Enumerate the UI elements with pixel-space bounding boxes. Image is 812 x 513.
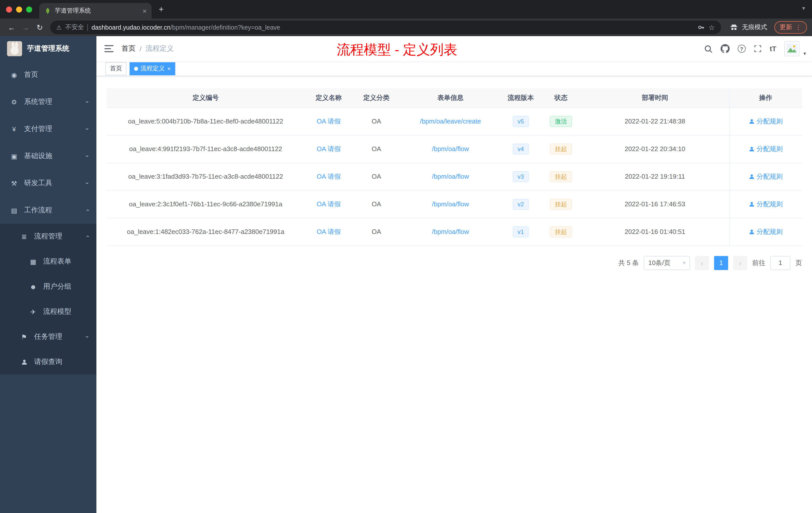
form-info-link[interactable]: /bpm/oa/flow (432, 173, 469, 180)
address-bar[interactable]: ⚠ 不安全 dashboard.yudao.iocoder.cn /bpm/ma… (50, 21, 721, 34)
tag-current[interactable]: 流程定义 × (129, 62, 175, 75)
form-info-link[interactable]: /bpm/oa/flow (432, 145, 469, 153)
help-icon[interactable]: ? (738, 45, 746, 53)
definition-name-link[interactable]: OA 请假 (317, 228, 341, 235)
favicon-leaf-icon (44, 7, 51, 14)
tab-close-icon[interactable]: × (143, 7, 147, 14)
hamburger-icon[interactable] (96, 45, 121, 52)
user-group-icon: ☻ (29, 283, 37, 291)
sidebar-item-label: 工作流程 (24, 206, 52, 215)
incognito-icon (729, 23, 738, 32)
new-tab-button[interactable]: + (152, 0, 171, 19)
gear-icon: ⚙ (10, 98, 18, 105)
close-window-button[interactable] (6, 6, 12, 12)
col-form-info: 表单信息 (400, 88, 501, 108)
assign-rule-link[interactable]: 分配规则 (749, 144, 783, 153)
assign-rule-link[interactable]: 分配规则 (749, 227, 783, 236)
breadcrumb-separator: / (140, 45, 142, 53)
sidebar-item-leave-query[interactable]: 请假查询 (0, 350, 96, 374)
assign-rule-link[interactable]: 分配规则 (749, 117, 783, 126)
version-badge: v3 (513, 171, 529, 182)
sidebar-item-payment[interactable]: ¥ 支付管理 › (0, 116, 96, 143)
chevron-up-icon: › (84, 235, 91, 237)
avatar-dropdown-caret-icon[interactable]: ▾ (804, 51, 806, 56)
page-content: 定义编号 定义名称 定义分类 表单信息 流程版本 状态 部署时间 操作 oa_l… (96, 76, 812, 513)
sidebar-item-dev-tools[interactable]: ⚒ 研发工具 › (0, 170, 96, 197)
col-status: 状态 (541, 88, 581, 108)
bookmark-star-icon[interactable]: ☆ (708, 23, 715, 31)
breadcrumb-home[interactable]: 首页 (121, 44, 136, 53)
definition-name-link[interactable]: OA 请假 (317, 117, 341, 125)
form-info-link[interactable]: /bpm/oa/flow (432, 228, 469, 235)
dashboard-icon: ◉ (10, 71, 18, 79)
browser-update-button[interactable]: 更新 ⋮ (774, 21, 807, 34)
sidebar-item-process-form[interactable]: ▦ 流程表单 (0, 249, 96, 274)
sidebar-item-task-management[interactable]: ⚑ 任务管理 › (0, 324, 96, 350)
back-button[interactable]: ← (5, 23, 18, 32)
prev-page-button[interactable]: ‹ (695, 256, 709, 270)
definition-name-link[interactable]: OA 请假 (317, 173, 341, 180)
assign-rule-link[interactable]: 分配规则 (749, 200, 783, 209)
browser-menu-dots-icon[interactable]: ⋮ (795, 24, 802, 31)
minimize-window-button[interactable] (16, 6, 22, 12)
pagination-total: 共 5 条 (618, 258, 639, 267)
github-icon[interactable] (721, 44, 730, 53)
version-badge: v4 (513, 143, 529, 154)
version-badge: v1 (513, 226, 529, 237)
sidebar-item-label: 首页 (24, 70, 38, 79)
sidebar-item-label: 系统管理 (24, 97, 52, 107)
tab-search-chevron-icon[interactable]: ▾ (802, 5, 805, 11)
reload-button[interactable]: ↻ (33, 23, 46, 32)
col-definition-name: 定义名称 (305, 88, 352, 108)
tab-title: 芋道管理系统 (55, 6, 139, 15)
table-row: oa_leave:2:3c1f0ef1-76b1-11ec-9c66-a2380… (107, 190, 802, 218)
password-key-icon[interactable] (697, 24, 705, 31)
next-page-button[interactable]: › (733, 256, 747, 270)
app-header: 首页 / 流程定义 流程模型 - 定义列表 (96, 36, 812, 61)
current-page-button[interactable]: 1 (714, 256, 728, 270)
tag-home[interactable]: 首页 (106, 62, 126, 75)
sidebar-item-label: 研发工具 (24, 179, 52, 188)
version-badge: v5 (513, 116, 529, 127)
infrastructure-icon: ▣ (10, 152, 18, 160)
sidebar-logo[interactable]: 芋道管理系统 (0, 36, 96, 61)
goto-label: 前往 (752, 258, 765, 267)
page-size-select[interactable]: 10条/页 ▾ (644, 256, 690, 270)
tag-close-icon[interactable]: × (167, 65, 171, 71)
table-row: oa_leave:3:1fad3d93-7b75-11ec-a3c8-acde4… (107, 163, 802, 190)
form-info-link[interactable]: /bpm/oa/flow (432, 200, 469, 208)
incognito-badge: 无痕模式 (725, 23, 771, 32)
tag-label: 首页 (110, 64, 122, 73)
fullscreen-icon[interactable] (754, 45, 762, 53)
table-row: oa_leave:4:991f2193-7b7f-11ec-a3c8-acde4… (107, 135, 802, 163)
goto-page-input[interactable] (770, 256, 790, 270)
sidebar-item-process-model[interactable]: ✈ 流程模型 (0, 299, 96, 324)
sidebar-item-process-management[interactable]: ≣ 流程管理 › (0, 224, 96, 249)
forward-button[interactable]: → (19, 23, 32, 32)
sidebar-item-infrastructure[interactable]: ▣ 基础设施 › (0, 143, 96, 170)
person-icon (20, 359, 28, 365)
sidebar-item-workflow[interactable]: ▤ 工作流程 › (0, 197, 96, 224)
sidebar-item-label: 基础设施 (24, 152, 52, 161)
page-size-value: 10条/页 (648, 258, 670, 267)
col-deploy-time: 部署时间 (581, 88, 729, 108)
col-process-version: 流程版本 (501, 88, 541, 108)
definition-name-link[interactable]: OA 请假 (317, 145, 341, 152)
maximize-window-button[interactable] (26, 6, 32, 12)
sidebar-item-home[interactable]: ◉ 首页 (0, 61, 96, 88)
form-info-link[interactable]: /bpm/oa/leave/create (420, 117, 481, 125)
search-icon[interactable] (704, 44, 713, 53)
version-badge: v2 (513, 199, 529, 210)
sidebar-item-user-group[interactable]: ☻ 用户分组 (0, 274, 96, 299)
font-size-icon[interactable]: tT (770, 45, 776, 53)
assign-rule-link[interactable]: 分配规则 (749, 172, 783, 181)
address-divider (88, 24, 88, 31)
sidebar-item-label: 任务管理 (34, 332, 62, 341)
sidebar-item-system[interactable]: ⚙ 系统管理 › (0, 88, 96, 116)
definition-name-link[interactable]: OA 请假 (317, 200, 341, 208)
browser-window: 芋道管理系统 × + ▾ ← → ↻ ⚠ 不安全 dashboard.yudao… (0, 0, 812, 513)
status-badge: 挂起 (550, 143, 572, 154)
avatar[interactable] (784, 41, 800, 56)
browser-toolbar: ← → ↻ ⚠ 不安全 dashboard.yudao.iocoder.cn /… (0, 19, 812, 36)
browser-tab[interactable]: 芋道管理系统 × (39, 3, 152, 19)
